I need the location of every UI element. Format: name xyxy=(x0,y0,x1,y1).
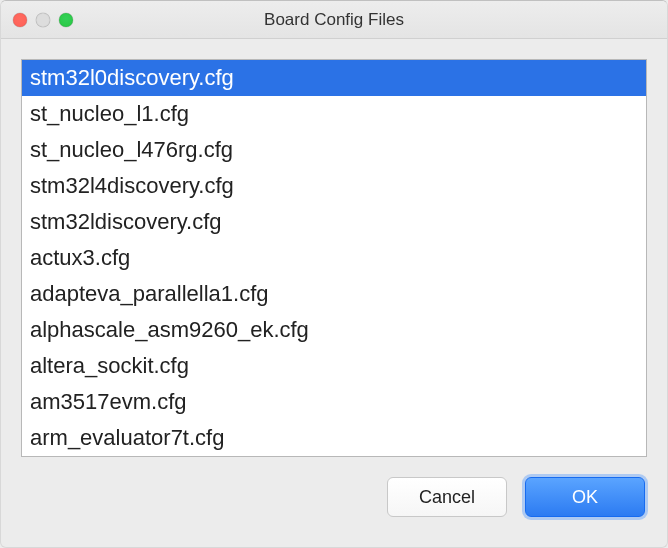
list-item[interactable]: stm32ldiscovery.cfg xyxy=(22,204,646,240)
list-item[interactable]: stm32l4discovery.cfg xyxy=(22,168,646,204)
titlebar: Board Config Files xyxy=(1,1,667,39)
list-item[interactable]: st_nucleo_l476rg.cfg xyxy=(22,132,646,168)
window-title: Board Config Files xyxy=(1,10,667,30)
minimize-icon xyxy=(36,13,50,27)
list-item[interactable]: altera_sockit.cfg xyxy=(22,348,646,384)
list-item[interactable]: actux3.cfg xyxy=(22,240,646,276)
button-row: Cancel OK xyxy=(1,457,667,517)
cancel-button[interactable]: Cancel xyxy=(387,477,507,517)
config-file-list[interactable]: stm32l0discovery.cfgst_nucleo_l1.cfgst_n… xyxy=(21,59,647,457)
traffic-lights xyxy=(1,13,73,27)
ok-button[interactable]: OK xyxy=(525,477,645,517)
list-item[interactable]: st_nucleo_l1.cfg xyxy=(22,96,646,132)
list-item[interactable]: am3517evm.cfg xyxy=(22,384,646,420)
close-icon[interactable] xyxy=(13,13,27,27)
zoom-icon[interactable] xyxy=(59,13,73,27)
list-item[interactable]: adapteva_parallella1.cfg xyxy=(22,276,646,312)
list-item[interactable]: arm_evaluator7t.cfg xyxy=(22,420,646,456)
list-item[interactable]: stm32l0discovery.cfg xyxy=(22,60,646,96)
dialog-content: stm32l0discovery.cfgst_nucleo_l1.cfgst_n… xyxy=(1,39,667,457)
list-item[interactable]: alphascale_asm9260_ek.cfg xyxy=(22,312,646,348)
